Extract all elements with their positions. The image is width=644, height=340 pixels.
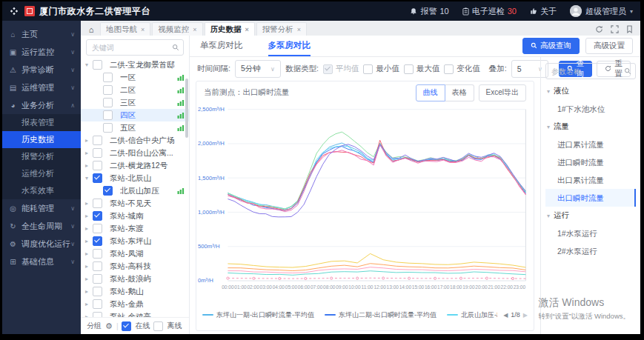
home-tab-icon[interactable]: ⌂ [84,23,99,36]
checkbox[interactable] [93,211,102,221]
tree-item[interactable]: ▸泵站-东渡 [81,222,189,235]
tree-item[interactable]: 四区 [81,109,189,121]
tree-item[interactable]: 北辰山加压 [81,184,189,197]
close-icon[interactable]: × [141,26,145,33]
tree-item[interactable]: ▸泵站-高科技 [81,260,189,273]
tree-item[interactable]: ▸泵站-不见天 [81,197,189,210]
checkbox[interactable] [363,64,373,74]
tree-scrollbar[interactable] [185,79,188,138]
checkbox[interactable] [103,123,113,133]
sidebar-item-alarm-analysis[interactable]: 报警分析 [2,148,81,165]
fullscreen-icon[interactable] [611,25,619,33]
sidebar-item-lifecycle[interactable]: ↻全生命周期∨ [2,217,81,235]
sidebar-item-analysis[interactable]: ◕业务分析∧ [2,96,81,114]
legend-prev-icon[interactable]: ◀ [503,312,508,319]
tree-item[interactable]: ▸泵站-鼓浪屿 [81,273,189,285]
close-icon[interactable]: × [245,26,249,33]
online-checkbox[interactable] [122,321,131,331]
sidebar-item-report[interactable]: 报表管理 [2,114,81,131]
view-button-excel-export[interactable]: Excel导出 [479,84,526,101]
legend-item[interactable]: 东坪山一期-出口瞬时流量-平均值 [202,310,314,320]
sidebar-item-base-info[interactable]: ⊞基础信息∨ [2,253,81,270]
param-item[interactable]: 2#水泵运行 [545,242,636,260]
checkbox[interactable] [93,287,102,296]
sidebar-item-home[interactable]: ⌂主页∨ [2,25,81,43]
sidebar-item-energy[interactable]: ◎能耗管理∨ [2,199,81,217]
checkbox[interactable] [404,64,414,74]
datatype-option[interactable]: 平均值 [323,64,359,74]
sidebar-item-dispatch[interactable]: ⚙调度优化运行∨ [2,235,81,253]
checkbox[interactable] [444,64,454,74]
about-button[interactable]: 关于 [530,6,557,17]
tree-item[interactable]: 三区 [81,96,189,109]
param-item[interactable]: 进口瞬时流量 [545,153,636,171]
checkbox[interactable] [93,136,102,145]
checkbox[interactable] [93,173,102,183]
flow-line-chart[interactable]: 0m³/H500m³/H1,000m³/H1,500m³/H2,000m³/H2… [196,104,534,301]
checkbox[interactable] [93,274,102,284]
tab-map[interactable]: 地图导航× [100,22,150,36]
param-item[interactable]: 1#下水池水位 [545,100,636,118]
param-item[interactable]: 进口累计流量 [545,136,636,153]
checkbox[interactable] [103,98,113,107]
tab-video[interactable]: 视频监控× [152,22,202,36]
inspection-button[interactable]: 电子巡检 30 [462,6,517,17]
tree-item[interactable]: ▸泵站-凤湖 [81,247,189,260]
param-group[interactable]: ▾运行 [545,207,636,224]
tree-item[interactable]: ▸泵站-金鼎 [81,298,189,310]
checkbox[interactable] [93,236,102,246]
tab-history[interactable]: 历史数据× [205,22,255,36]
refresh-icon[interactable] [595,25,603,33]
param-item[interactable]: 1#水泵运行 [545,224,636,242]
legend-item[interactable]: 东坪山二期-出口瞬时流量-平均值 [325,310,436,320]
tree-search-input[interactable] [90,43,172,53]
checkbox[interactable] [93,60,102,70]
tree-item[interactable]: ▸泵站-东坪山 [81,235,189,247]
subtab-single[interactable]: 单泵房对比 [200,36,243,56]
tree-item[interactable]: ▾二供-宝龙御景首邸 [81,59,189,71]
datatype-option[interactable]: 变化值 [444,64,480,74]
sidebar-item-ops-analysis[interactable]: 运维分析 [2,165,81,182]
checkbox[interactable] [93,249,102,259]
bookmark-icon[interactable] [626,25,633,33]
tree-item[interactable]: 五区 [81,121,189,134]
advanced-query-button[interactable]: 高级查询 [522,38,580,54]
checkbox[interactable] [93,199,102,208]
tree-item[interactable]: ▸二供-阳台山公寓... [81,147,189,159]
checkbox[interactable] [323,64,333,74]
tree-item[interactable]: ▸泵站-金鸡亭 [81,310,189,317]
offline-checkbox[interactable] [153,321,163,331]
sidebar-item-maintenance[interactable]: ▤运维管理∨ [2,79,81,96]
param-item[interactable]: 出口累计流量 [545,171,636,189]
datatype-option[interactable]: 最大值 [404,64,440,74]
sidebar-item-monitoring[interactable]: ▣运行监控∨ [2,43,81,61]
legend-item[interactable]: 北辰山加压-出口瞬时流量-平均值 [447,310,497,320]
tree-item[interactable]: ▸二供-横龙路12号 [81,159,189,172]
close-icon[interactable]: × [297,26,301,33]
view-button-curve[interactable]: 曲线 [416,84,445,101]
close-icon[interactable]: × [193,26,196,33]
sidebar-item-pump-efficiency[interactable]: 水泵效率 [2,182,81,199]
param-search-input[interactable] [550,67,624,76]
checkbox[interactable] [93,148,102,158]
tree-item[interactable]: ▸泵站-鹅山 [81,285,189,298]
checkbox[interactable] [103,73,113,82]
tree-item[interactable]: 一区 [81,71,189,84]
sidebar-item-diagnosis[interactable]: ⚠异常诊断∨ [2,61,81,79]
checkbox[interactable] [103,110,113,120]
tree-item[interactable]: ▸泵站-城南 [81,210,189,222]
sidebar-item-history[interactable]: 历史数据 [2,131,81,148]
app-menu-icon[interactable] [10,7,19,16]
checkbox[interactable] [93,224,102,233]
tree-item[interactable]: 二区 [81,84,189,96]
param-item[interactable]: 出口瞬时流量 [545,189,636,207]
view-button-table[interactable]: 表格 [445,84,474,101]
legend-next-icon[interactable]: ▶ [523,312,528,319]
user-menu[interactable]: 超级管理员 ▾ [570,5,633,17]
datatype-option[interactable]: 最小值 [363,64,399,74]
alarm-button[interactable]: 报警 10 [410,6,448,17]
checkbox[interactable] [93,312,102,317]
subtab-multi[interactable]: 多泵房对比 [268,36,311,56]
advanced-settings-button[interactable]: 高级设置 [585,38,633,54]
interval-select[interactable]: 5分钟 ∨ [235,60,281,78]
